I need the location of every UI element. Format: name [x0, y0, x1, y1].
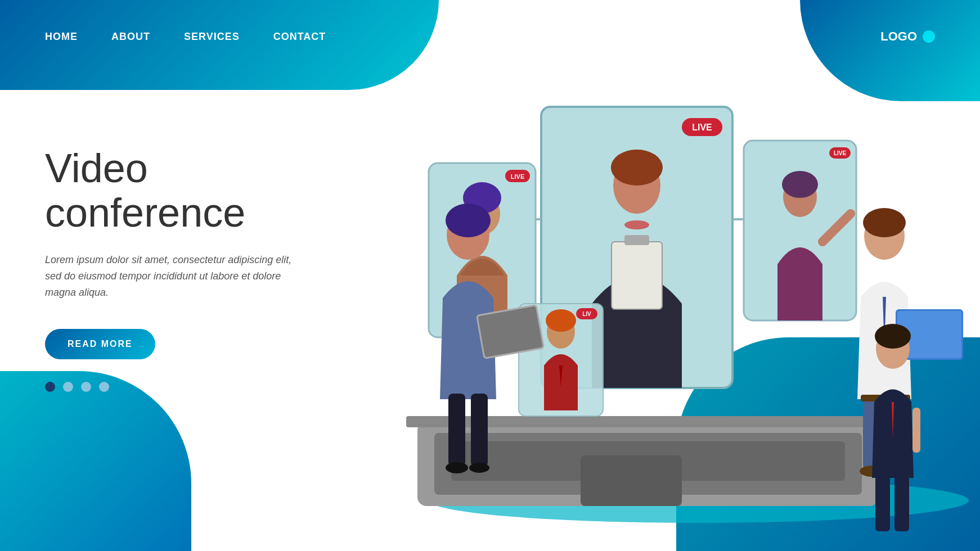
svg-rect-50	[875, 475, 890, 531]
svg-rect-16	[624, 235, 649, 245]
svg-rect-34	[448, 394, 465, 467]
svg-point-37	[469, 463, 489, 473]
illustration-area: LIVE LIVE LIVE	[361, 62, 980, 545]
svg-point-21	[782, 171, 818, 198]
svg-rect-51	[894, 475, 909, 531]
dot-2[interactable]	[63, 382, 73, 392]
navigation: HOME ABOUT SERVICES CONTACT	[45, 31, 326, 43]
hero-content: Video conference Lorem ipsum dolor sit a…	[45, 146, 293, 392]
svg-text:LIVE: LIVE	[834, 150, 847, 156]
dot-3[interactable]	[81, 382, 91, 392]
hero-description: Lorem ipsum dolor sit amet, consectetur …	[45, 252, 293, 300]
svg-text:LIV: LIV	[582, 311, 591, 317]
dot-1[interactable]	[45, 382, 55, 392]
nav-services[interactable]: SERVICES	[184, 31, 240, 43]
svg-point-13	[611, 150, 663, 186]
svg-rect-35	[471, 394, 488, 467]
carousel-dots	[45, 382, 293, 392]
svg-rect-15	[612, 242, 662, 309]
nav-about[interactable]: ABOUT	[111, 31, 150, 43]
svg-point-48	[875, 324, 911, 349]
header: HOME ABOUT SERVICES CONTACT LOGO	[0, 0, 980, 73]
svg-text:LIVE: LIVE	[692, 123, 712, 132]
hero-title: Video conference	[45, 146, 293, 235]
svg-point-27	[546, 309, 576, 332]
logo: LOGO	[880, 29, 935, 44]
svg-rect-4	[581, 455, 682, 506]
dot-4[interactable]	[99, 382, 109, 392]
svg-point-14	[624, 220, 649, 229]
svg-point-39	[863, 208, 906, 237]
logo-text: LOGO	[880, 29, 917, 44]
bg-bottom-left-shape	[0, 371, 191, 551]
svg-point-36	[446, 462, 468, 473]
nav-contact[interactable]: CONTACT	[273, 31, 326, 43]
svg-rect-49	[912, 408, 920, 453]
svg-text:LIVE: LIVE	[511, 173, 524, 180]
logo-dot-icon	[923, 30, 935, 43]
svg-point-31	[446, 204, 491, 237]
read-more-button[interactable]: READ MORE	[45, 329, 155, 359]
nav-home[interactable]: HOME	[45, 31, 78, 43]
